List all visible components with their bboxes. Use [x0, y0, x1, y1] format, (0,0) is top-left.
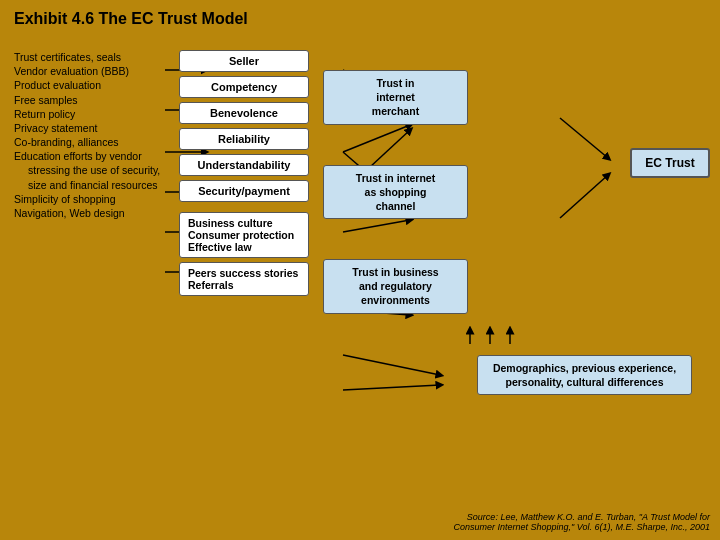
factor-3: Product evaluation — [14, 78, 169, 92]
trust-internet-merchant-box: Trust ininternetmerchant — [323, 70, 468, 125]
middle-boxes: Seller Competency Benevolence Reliabilit… — [179, 50, 309, 296]
factor-12: Navigation, Web design — [14, 206, 169, 220]
factor-5: Return policy — [14, 107, 169, 121]
factor-6: Privacy statement — [14, 121, 169, 135]
biz-culture-line1: Business culture — [188, 217, 300, 229]
peers-line2: Referrals — [188, 279, 300, 291]
trust-business-regulatory-box: Trust in businessand regulatoryenvironme… — [323, 259, 468, 314]
trust-internet-shopping-box: Trust in internetas shoppingchannel — [323, 165, 468, 220]
source-text: Source: Lee, Matthew K.O. and E. Turban,… — [454, 512, 711, 532]
svg-line-19 — [343, 385, 440, 390]
svg-line-18 — [343, 355, 440, 375]
factor-10: size and financial resources — [14, 178, 169, 192]
factor-4: Free samples — [14, 93, 169, 107]
factor-1: Trust certificates, seals — [14, 50, 169, 64]
right-trust-col: Trust ininternetmerchant Trust in intern… — [323, 70, 468, 314]
factor-11: Simplicity of shopping — [14, 192, 169, 206]
reliability-box: Reliability — [179, 128, 309, 150]
business-culture-box: Business culture Consumer protection Eff… — [179, 212, 309, 258]
peers-box: Peers success stories Referrals — [179, 262, 309, 296]
factor-8: Education efforts by vendor — [14, 149, 169, 163]
page-container: Exhibit 4.6 The EC Trust Model — [0, 0, 720, 540]
benevolence-box: Benevolence — [179, 102, 309, 124]
understandability-box: Understandability — [179, 154, 309, 176]
page-title: Exhibit 4.6 The EC Trust Model — [14, 10, 706, 28]
left-factors: Trust certificates, seals Vendor evaluat… — [14, 42, 169, 220]
demographics-box: Demographics, previous experience,person… — [477, 355, 692, 395]
main-layout: Trust certificates, seals Vendor evaluat… — [14, 42, 706, 314]
competency-box: Competency — [179, 76, 309, 98]
factor-2: Vendor evaluation (BBB) — [14, 64, 169, 78]
seller-box: Seller — [179, 50, 309, 72]
factor-9: stressing the use of security, — [14, 163, 169, 177]
factor-7: Co-branding, alliances — [14, 135, 169, 149]
peers-line1: Peers success stories — [188, 267, 300, 279]
ec-trust-box: EC Trust — [630, 148, 710, 178]
biz-culture-line2: Consumer protection — [188, 229, 300, 241]
security-payment-box: Security/payment — [179, 180, 309, 202]
biz-culture-line3: Effective law — [188, 241, 300, 253]
